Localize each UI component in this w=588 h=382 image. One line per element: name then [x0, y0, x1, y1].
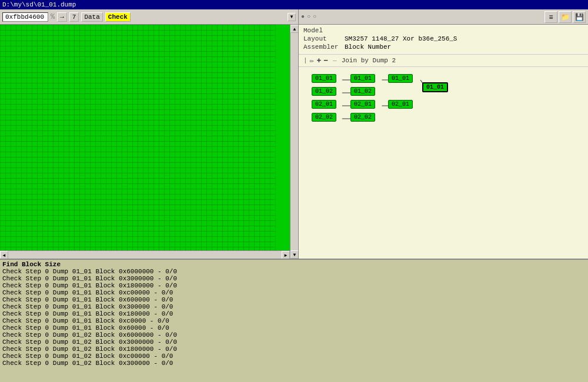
folder-icon-button[interactable]: 📁: [559, 11, 572, 23]
right-panel: ● ○ ○ ≡ 📁 💾 Model Layout SM3257 1148_27 …: [299, 9, 588, 259]
node-02-02-b[interactable]: 02_02: [350, 113, 375, 122]
scroll-right-btn[interactable]: ►: [282, 251, 290, 259]
percent-icon: %: [51, 13, 55, 21]
node-02-02-a[interactable]: 02_02: [312, 113, 336, 122]
top-area: % → 7 Data Check ▼ ▲ ▼: [0, 9, 588, 259]
title-bar: D:\my\sd\01_01.dump: [0, 0, 588, 9]
node-01-01-a[interactable]: 01_01: [312, 74, 336, 83]
diagram-title: Join by Dump 2: [342, 57, 396, 64]
log-line: Check Step 0 Dump 01_01 Block 0x6000000 …: [2, 268, 586, 275]
log-line: Check Step 0 Dump 01_01 Block 0x1800000 …: [2, 282, 586, 289]
diagram-toolbar: | ✏ + − — Join by Dump 2: [299, 55, 588, 67]
pencil-icon[interactable]: ✏: [310, 56, 315, 65]
assembler-value: Block Number: [345, 43, 391, 51]
check-button[interactable]: Check: [105, 12, 131, 22]
title-text: D:\my\sd\01_01.dump: [2, 1, 76, 8]
node-02-01-b[interactable]: 02_01: [350, 100, 375, 109]
left-toolbar: % → 7 Data Check ▼: [0, 9, 298, 25]
node-01-02-b[interactable]: 01_02: [350, 87, 375, 96]
connections-svg: [299, 69, 588, 146]
layout-label: Layout: [303, 35, 345, 42]
log-line: Check Step 0 Dump 01_02 Block 0x300000 -…: [2, 360, 586, 367]
list-icon-button[interactable]: ≡: [544, 11, 557, 23]
node-02-01-c[interactable]: 02_01: [388, 100, 413, 109]
left-panel: % → 7 Data Check ▼ ▲ ▼: [0, 9, 299, 259]
node-02-01-a[interactable]: 02_01: [312, 100, 336, 109]
right-toolbar: ● ○ ○ ≡ 📁 💾: [299, 9, 588, 25]
bottom-panel: Find Block Size Check Step 0 Dump 01_01 …: [0, 259, 588, 382]
scroll-down-btn2[interactable]: ▼: [290, 250, 298, 259]
dash-separator: —: [333, 57, 337, 64]
arrow-button[interactable]: →: [57, 12, 67, 22]
grid-area: ▲ ▼ ◄ ►: [0, 25, 298, 259]
grid-canvas: [0, 25, 288, 259]
node-01-01-c[interactable]: 01_01: [388, 74, 413, 83]
model-label: Model: [303, 27, 345, 34]
log-line: Check Step 0 Dump 01_01 Block 0x300000 -…: [2, 303, 586, 310]
minus-icon[interactable]: −: [323, 56, 328, 65]
log-area[interactable]: Find Block Size Check Step 0 Dump 01_01 …: [0, 260, 588, 382]
horizontal-scrollbar[interactable]: ◄ ►: [0, 250, 290, 259]
scroll-down-btn[interactable]: ▼: [288, 13, 296, 21]
radio-layout: ○: [307, 14, 310, 20]
log-line: Check Step 0 Dump 01_01 Block 0x60000 - …: [2, 324, 586, 331]
data-button[interactable]: Data: [81, 12, 102, 22]
node-01-02-a[interactable]: 01_02: [312, 87, 336, 96]
vertical-scrollbar[interactable]: ▲ ▼: [290, 25, 298, 259]
scroll-up-btn[interactable]: ▲: [290, 25, 298, 33]
assembler-label: Assembler: [303, 43, 345, 51]
scroll-left-btn[interactable]: ◄: [0, 251, 8, 259]
save-icon-button[interactable]: 💾: [573, 11, 586, 23]
node-01-01-d[interactable]: 01_01: [422, 82, 448, 92]
main-container: D:\my\sd\01_01.dump % → 7 Data Check ▼: [0, 0, 588, 382]
right-icons-spacer: ● ○ ○: [301, 14, 321, 20]
log-line: Check Step 0 Dump 01_01 Block 0xc0000 - …: [2, 317, 586, 324]
log-line: Check Step 0 Dump 01_02 Block 0x3000000 …: [2, 339, 586, 346]
right-action-icons: ≡ 📁 💾: [544, 11, 586, 23]
info-panel: Model Layout SM3257 1148_27 Xor b36e_256…: [299, 25, 588, 55]
log-header: Find Block Size: [2, 261, 586, 268]
plus-icon[interactable]: +: [316, 56, 321, 65]
toolbar-separator: |: [303, 57, 308, 64]
log-line: Check Step 0 Dump 01_01 Block 0xc00000 -…: [2, 289, 586, 296]
log-lines-container: Check Step 0 Dump 01_01 Block 0x6000000 …: [2, 268, 586, 367]
node-01-01-b[interactable]: 01_01: [350, 74, 375, 83]
layout-row: Layout SM3257 1148_27 Xor b36e_256_S: [303, 35, 583, 42]
log-line: Check Step 0 Dump 01_01 Block 0x3000000 …: [2, 275, 586, 282]
log-line: Check Step 0 Dump 01_02 Block 0x1800000 …: [2, 346, 586, 353]
assembler-row: Assembler Block Number: [303, 43, 583, 51]
log-line: Check Step 0 Dump 01_01 Block 0x180000 -…: [2, 310, 586, 317]
h-scroll-track: [8, 251, 282, 259]
model-row: Model: [303, 27, 583, 34]
scroll-track: [290, 33, 298, 250]
radio-model: ●: [301, 14, 305, 20]
address-input[interactable]: [2, 12, 48, 22]
log-line: Check Step 0 Dump 01_01 Block 0x600000 -…: [2, 296, 586, 303]
layout-value: SM3257 1148_27 Xor b36e_256_S: [345, 35, 457, 42]
step-button[interactable]: 7: [69, 12, 79, 22]
log-line: Check Step 0 Dump 01_02 Block 0x6000000 …: [2, 331, 586, 339]
diagram-area: 01_01 01_01 01_01 01_01 01_02 01_02 02_0…: [299, 69, 588, 146]
log-line: Check Step 0 Dump 01_02 Block 0xc00000 -…: [2, 353, 586, 360]
radio-assembler: ○: [313, 14, 316, 20]
